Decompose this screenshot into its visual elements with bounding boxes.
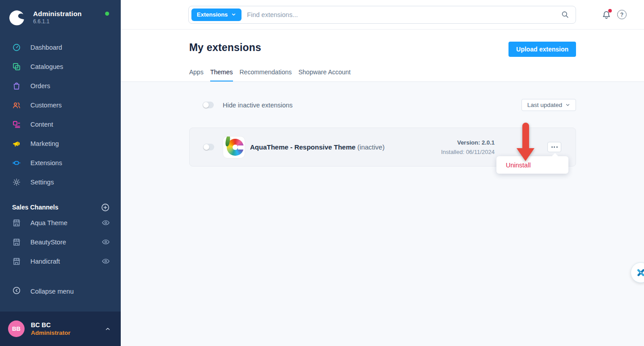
notifications-button[interactable] bbox=[602, 10, 611, 20]
marketing-icon bbox=[12, 139, 21, 148]
filter-row: Hide inactive extensions Last updated bbox=[189, 99, 576, 111]
sidebar-item-beautystore[interactable]: BeautyStore bbox=[0, 232, 121, 252]
sidebar-item-extensions[interactable]: Extensions bbox=[0, 153, 121, 172]
eye-icon[interactable] bbox=[102, 257, 110, 265]
user-name: BC BC bbox=[31, 321, 71, 329]
sidebar-title-block: Administration 6.6.1.1 bbox=[33, 10, 82, 25]
user-role: Administrator bbox=[31, 329, 71, 336]
tabs-bar: Apps Themes Recommendations Shopware Acc… bbox=[121, 68, 644, 82]
orders-icon bbox=[12, 81, 21, 90]
search-scope-button[interactable]: Extensions bbox=[191, 9, 242, 21]
sidebar-item-label: Catalogues bbox=[30, 63, 63, 70]
storefront-icon bbox=[12, 257, 21, 266]
extension-installed-date: Installed: 06/11/2024 bbox=[441, 149, 495, 155]
sidebar-item-label: Settings bbox=[30, 179, 54, 186]
online-status-dot bbox=[105, 12, 109, 16]
sales-channel-label: BeautyStore bbox=[30, 239, 66, 246]
sidebar-item-label: Content bbox=[30, 121, 53, 128]
sales-channel-label: Aqua Theme bbox=[30, 219, 68, 226]
app-version: 6.6.1.1 bbox=[33, 18, 82, 25]
collapse-menu-button[interactable]: Collapse menu bbox=[0, 282, 121, 301]
sidebar: Administration 6.6.1.1 Dashboard Catalog… bbox=[0, 0, 121, 346]
page-header: My extensions Upload extension bbox=[121, 30, 644, 57]
page-title: My extensions bbox=[189, 42, 261, 54]
tab-shopware-account[interactable]: Shopware Account bbox=[298, 68, 351, 81]
content-area: Hide inactive extensions Last updated Aq… bbox=[121, 82, 644, 346]
help-icon: ? bbox=[620, 12, 623, 18]
hide-inactive-label: Hide inactive extensions bbox=[223, 102, 292, 109]
add-sales-channel-button[interactable] bbox=[101, 203, 110, 212]
search-scope-label: Extensions bbox=[197, 11, 228, 18]
sidebar-item-customers[interactable]: Customers bbox=[0, 95, 121, 115]
storefront-icon bbox=[12, 218, 21, 227]
app-title: Administration bbox=[33, 10, 82, 17]
tab-recommendations[interactable]: Recommendations bbox=[240, 68, 292, 81]
sidebar-item-label: Dashboard bbox=[30, 44, 62, 51]
chevron-down-icon bbox=[565, 103, 570, 107]
shopware-logo-icon bbox=[7, 8, 27, 27]
sidebar-item-orders[interactable]: Orders bbox=[0, 76, 121, 95]
extensions-icon bbox=[12, 158, 21, 167]
sidebar-item-settings[interactable]: Settings bbox=[0, 172, 121, 192]
content-icon bbox=[12, 120, 21, 129]
sidebar-item-marketing[interactable]: Marketing bbox=[0, 134, 121, 153]
user-menu[interactable]: BB BC BC Administrator bbox=[0, 312, 121, 346]
shopware-admin-app: Administration 6.6.1.1 Dashboard Catalog… bbox=[0, 0, 644, 346]
chevron-down-icon bbox=[231, 12, 236, 17]
tab-apps[interactable]: Apps bbox=[189, 68, 203, 81]
sidebar-item-label: Customers bbox=[30, 102, 62, 109]
context-menu-popover: Uninstall bbox=[496, 156, 568, 174]
settings-icon bbox=[12, 178, 21, 187]
sidebar-item-content[interactable]: Content bbox=[0, 115, 121, 134]
catalogues-icon bbox=[12, 62, 21, 71]
tab-themes[interactable]: Themes bbox=[210, 68, 233, 81]
dashboard-icon bbox=[12, 43, 21, 52]
upload-extension-button[interactable]: Upload extension bbox=[508, 42, 576, 57]
notification-badge bbox=[608, 9, 612, 13]
chevron-up-icon bbox=[105, 326, 111, 332]
feedback-widget-button[interactable] bbox=[631, 262, 644, 283]
search-input[interactable] bbox=[247, 11, 561, 18]
sidebar-item-label: Extensions bbox=[30, 159, 62, 167]
sales-channel-label: Handicraft bbox=[30, 258, 60, 265]
search-icon bbox=[561, 10, 569, 19]
extension-version: Version: 2.0.1 bbox=[441, 139, 495, 146]
help-button[interactable]: ? bbox=[617, 10, 627, 19]
sort-dropdown[interactable]: Last updated bbox=[521, 99, 576, 111]
extension-name: AquaTheme - Responsive Theme bbox=[250, 143, 356, 151]
extension-logo bbox=[223, 137, 245, 158]
topbar: Extensions ? bbox=[121, 0, 644, 30]
context-menu-button[interactable] bbox=[547, 142, 561, 152]
sidebar-item-catalogues[interactable]: Catalogues bbox=[0, 57, 121, 76]
eye-icon[interactable] bbox=[102, 238, 110, 246]
extension-title: AquaTheme - Responsive Theme (inactive) bbox=[250, 143, 385, 151]
sidebar-menu: Dashboard Catalogues Orders Customers bbox=[0, 38, 121, 192]
customers-icon bbox=[12, 101, 21, 110]
sidebar-item-label: Marketing bbox=[30, 140, 59, 147]
eye-icon[interactable] bbox=[102, 218, 110, 227]
storefront-icon bbox=[12, 238, 21, 247]
sidebar-header: Administration 6.6.1.1 bbox=[0, 0, 121, 32]
sidebar-item-handicraft[interactable]: Handicraft bbox=[0, 252, 121, 271]
sales-channels-title: Sales Channels bbox=[12, 204, 59, 211]
sidebar-item-aqua-theme[interactable]: Aqua Theme bbox=[0, 213, 121, 232]
sidebar-item-dashboard[interactable]: Dashboard bbox=[0, 38, 121, 57]
collapse-menu-label: Collapse menu bbox=[30, 288, 74, 295]
sort-dropdown-label: Last updated bbox=[527, 102, 562, 108]
extension-active-toggle[interactable] bbox=[203, 144, 214, 150]
extension-meta: Version: 2.0.1 Installed: 06/11/2024 bbox=[441, 139, 495, 155]
avatar: BB bbox=[8, 320, 25, 337]
main-area: Extensions ? My extensions Upload extens… bbox=[121, 0, 644, 346]
extension-status: (inactive) bbox=[357, 143, 385, 151]
topbar-icons: ? bbox=[602, 10, 627, 20]
global-search-bar[interactable]: Extensions bbox=[188, 6, 576, 24]
butterfly-icon bbox=[636, 267, 644, 278]
collapse-chevron-icon bbox=[12, 286, 21, 296]
uninstall-menu-item[interactable]: Uninstall bbox=[506, 162, 531, 169]
hide-inactive-toggle[interactable] bbox=[203, 102, 214, 108]
sidebar-item-label: Orders bbox=[30, 82, 50, 90]
user-meta: BC BC Administrator bbox=[31, 321, 71, 336]
sales-channels-header: Sales Channels bbox=[0, 201, 121, 213]
